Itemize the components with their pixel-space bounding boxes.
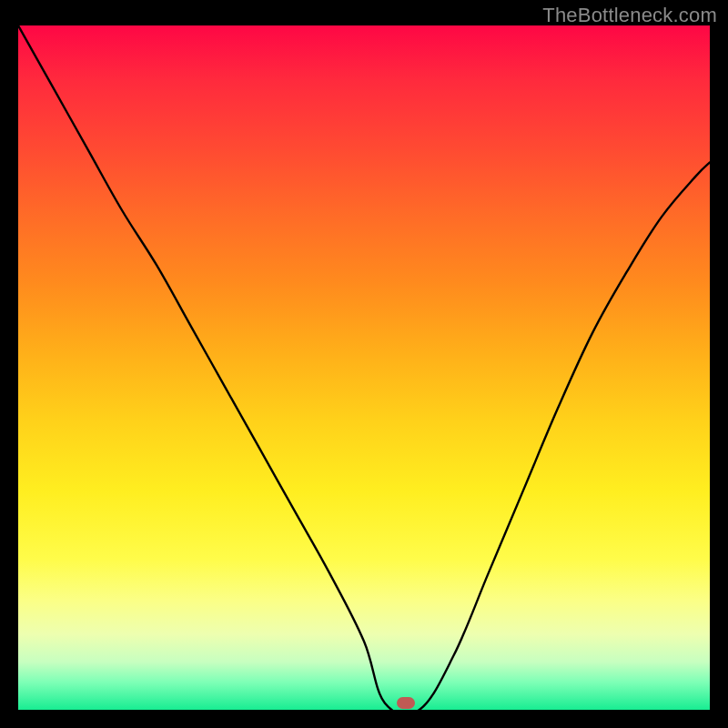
curve-svg <box>18 25 710 710</box>
chart-curve <box>18 25 710 710</box>
plot-area <box>18 25 710 710</box>
chart-frame: TheBottleneck.com <box>0 0 728 728</box>
watermark-text: TheBottleneck.com <box>542 4 717 27</box>
optimum-marker <box>397 697 415 709</box>
